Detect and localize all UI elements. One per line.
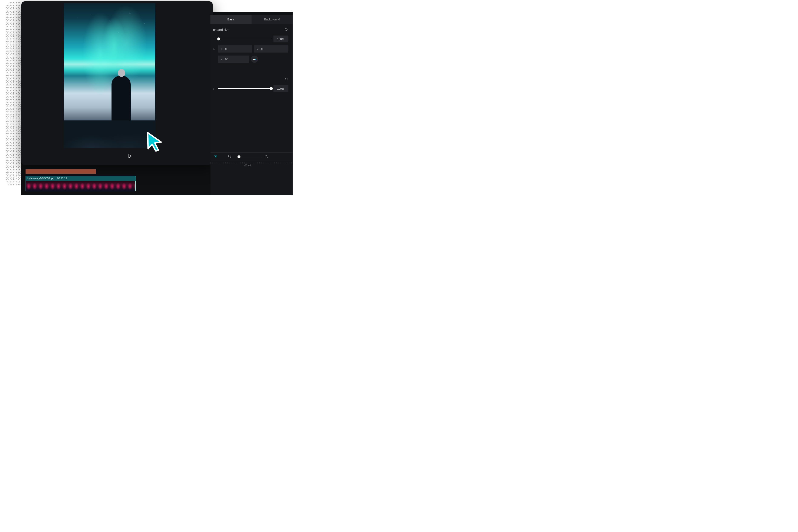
timeline-marker-button[interactable]	[214, 154, 218, 159]
timeline: kylar-kang-6045659.jpg 00:21:19	[25, 169, 292, 195]
preview-image-content	[112, 76, 131, 122]
zoom-in-icon	[265, 155, 268, 158]
section-opacity: y 100%	[210, 73, 292, 96]
zoom-in-button[interactable]	[265, 155, 268, 159]
section-title-position-size: on and size	[213, 28, 229, 32]
clip-thumbnails	[26, 180, 136, 191]
clip-trim-handle[interactable]	[135, 180, 136, 191]
zoom-out-button[interactable]	[228, 155, 231, 159]
svg-line-3	[230, 157, 231, 158]
svg-rect-0	[252, 59, 255, 60]
timeline-track-audio[interactable]	[25, 169, 96, 174]
tab-basic[interactable]: Basic	[210, 15, 251, 24]
marker-icon	[214, 154, 218, 158]
opacity-slider[interactable]	[218, 88, 271, 89]
reset-opacity-button[interactable]	[285, 77, 288, 81]
scale-slider[interactable]	[213, 39, 271, 39]
rotation-value: 0°	[225, 58, 228, 61]
position-x-value: 0	[225, 48, 227, 51]
clip-duration: 00:21:19	[57, 177, 67, 180]
tab-background[interactable]: Background	[251, 15, 292, 24]
inspector-tabs: Basic Background	[210, 15, 292, 24]
zoom-out-icon	[228, 155, 231, 158]
position-x-input[interactable]: X 0	[218, 45, 252, 53]
ruler-ticks	[210, 162, 292, 164]
section-position-size: on and size 100% n X 0 Y 0	[210, 24, 292, 67]
clip-filename: kylar-kang-6045659.jpg	[27, 177, 54, 180]
rotation-axis-label: X	[221, 58, 223, 61]
preview-canvas[interactable]	[64, 3, 155, 148]
rotation-mode-icon	[252, 58, 256, 60]
position-y-value: 0	[261, 48, 263, 51]
inspector-panel: Basic Background on and size 100% n X 0	[210, 15, 292, 195]
opacity-row: y 100%	[213, 85, 288, 92]
scale-value[interactable]: 100%	[273, 36, 288, 42]
timeline-zoom-toolbar	[210, 152, 292, 161]
opacity-label: y	[213, 87, 216, 90]
position-y-input[interactable]: Y 0	[254, 45, 288, 53]
timeline-ruler[interactable]: 00:40	[210, 161, 292, 169]
zoom-slider[interactable]	[235, 157, 261, 157]
ruler-time-label: 00:40	[245, 164, 251, 167]
preview-panel	[21, 1, 213, 165]
play-icon	[127, 154, 132, 159]
clip-header: kylar-kang-6045659.jpg 00:21:19	[26, 176, 136, 180]
axis-x-label: X	[221, 48, 223, 51]
rotation-mode-button[interactable]	[251, 56, 258, 63]
rotation-input[interactable]: X 0°	[218, 56, 249, 63]
opacity-value[interactable]: 100%	[273, 85, 288, 92]
svg-line-6	[267, 157, 267, 158]
reset-icon	[285, 28, 288, 31]
svg-rect-1	[255, 59, 256, 60]
reset-position-size-button[interactable]	[285, 28, 288, 32]
position-row: n X 0 Y 0	[213, 45, 288, 53]
preview-image-foreground	[64, 120, 155, 148]
scale-row: 100%	[213, 36, 288, 42]
rotation-row: X 0°	[213, 56, 288, 63]
play-button[interactable]	[127, 154, 132, 159]
timeline-clip[interactable]: kylar-kang-6045659.jpg 00:21:19	[25, 176, 136, 191]
axis-y-label: Y	[256, 48, 259, 51]
reset-icon	[285, 77, 288, 81]
position-label: n	[213, 48, 216, 51]
